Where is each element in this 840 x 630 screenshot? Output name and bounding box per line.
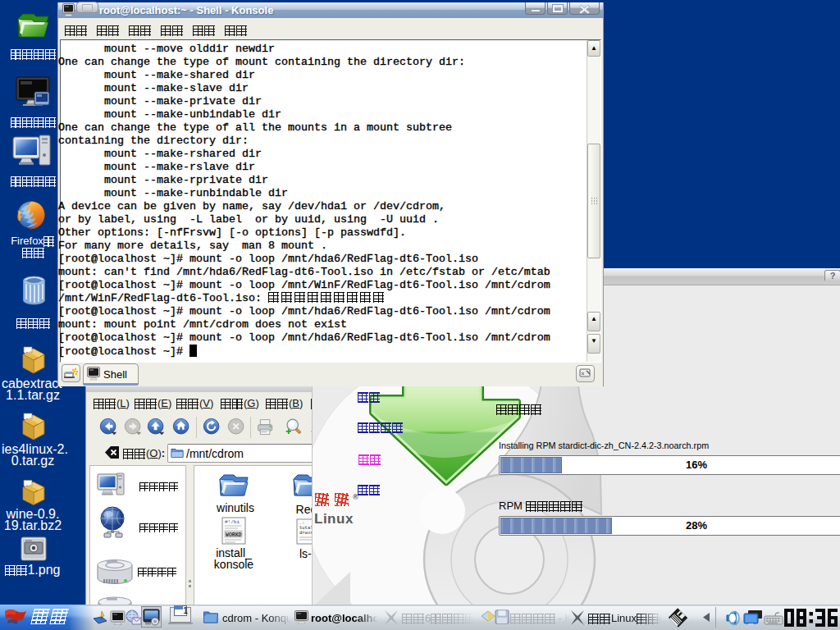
svg-text:WORKD: WORKD [226, 532, 242, 538]
svg-text:#!/bi: #!/bi [225, 519, 240, 525]
